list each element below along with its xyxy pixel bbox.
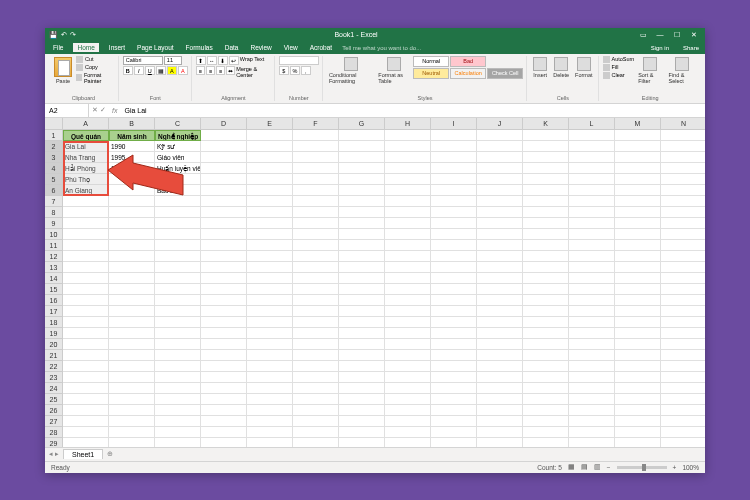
formula-bar[interactable]: Gia Lai [120,107,705,114]
cell-L5[interactable] [569,174,615,185]
cell-F5[interactable] [293,174,339,185]
tab-nav-last-icon[interactable]: ▸ [55,450,59,458]
cell-D5[interactable] [201,174,247,185]
cell-L29[interactable] [569,438,615,447]
cell-N1[interactable] [661,130,705,141]
cell-D3[interactable] [201,152,247,163]
cell-D29[interactable] [201,438,247,447]
cell-G25[interactable] [339,394,385,405]
cell-F24[interactable] [293,383,339,394]
align-mid-button[interactable]: ↔ [207,56,217,65]
cell-K17[interactable] [523,306,569,317]
cell-H27[interactable] [385,416,431,427]
cell-J18[interactable] [477,317,523,328]
cell-K3[interactable] [523,152,569,163]
cell-F13[interactable] [293,262,339,273]
row-header-11[interactable]: 11 [45,240,62,251]
cell-M11[interactable] [615,240,661,251]
cell-E13[interactable] [247,262,293,273]
cell-M8[interactable] [615,207,661,218]
cell-M7[interactable] [615,196,661,207]
cell-A22[interactable] [63,361,109,372]
cell-F1[interactable] [293,130,339,141]
cell-F7[interactable] [293,196,339,207]
cell-A29[interactable] [63,438,109,447]
cell-K5[interactable] [523,174,569,185]
underline-button[interactable]: U [145,66,155,75]
cell-B13[interactable] [109,262,155,273]
cell-B29[interactable] [109,438,155,447]
cell-J9[interactable] [477,218,523,229]
insert-cells-button[interactable]: Insert [531,56,549,79]
cell-C1[interactable]: Nghề nghiệp [155,130,201,141]
cell-G12[interactable] [339,251,385,262]
cell-E20[interactable] [247,339,293,350]
cell-N4[interactable] [661,163,705,174]
cell-E25[interactable] [247,394,293,405]
cell-N21[interactable] [661,350,705,361]
paste-button[interactable]: Paste [52,56,74,85]
cell-B3[interactable]: 1995 [109,152,155,163]
row-header-14[interactable]: 14 [45,273,62,284]
cell-B10[interactable] [109,229,155,240]
cell-K13[interactable] [523,262,569,273]
cell-I17[interactable] [431,306,477,317]
cell-N19[interactable] [661,328,705,339]
cell-A7[interactable] [63,196,109,207]
font-name-select[interactable] [123,56,163,65]
cell-I2[interactable] [431,141,477,152]
menu-view[interactable]: View [282,44,300,51]
cell-C5[interactable]: Ca sĩ [155,174,201,185]
cell-I14[interactable] [431,273,477,284]
cell-B14[interactable] [109,273,155,284]
cell-K6[interactable] [523,185,569,196]
cell-G24[interactable] [339,383,385,394]
cell-M16[interactable] [615,295,661,306]
cell-H26[interactable] [385,405,431,416]
row-header-2[interactable]: 2 [45,141,62,152]
cell-E12[interactable] [247,251,293,262]
cancel-formula-icon[interactable]: ✕ [92,106,98,114]
zoom-in-button[interactable]: + [673,464,677,471]
cell-E27[interactable] [247,416,293,427]
cell-B2[interactable]: 1990 [109,141,155,152]
cell-I12[interactable] [431,251,477,262]
cell-E19[interactable] [247,328,293,339]
col-header-E[interactable]: E [247,118,293,129]
cell-A11[interactable] [63,240,109,251]
cell-J16[interactable] [477,295,523,306]
wrap-text-button[interactable]: ↩ [229,56,239,65]
cell-B7[interactable] [109,196,155,207]
cell-C20[interactable] [155,339,201,350]
undo-icon[interactable]: ↶ [61,31,67,39]
cell-N15[interactable] [661,284,705,295]
cell-H3[interactable] [385,152,431,163]
menu-formulas[interactable]: Formulas [184,44,215,51]
cell-J8[interactable] [477,207,523,218]
cell-C6[interactable]: Bác sĩ [155,185,201,196]
cell-G9[interactable] [339,218,385,229]
cell-J25[interactable] [477,394,523,405]
cell-B26[interactable] [109,405,155,416]
percent-button[interactable]: % [290,66,300,75]
cell-L22[interactable] [569,361,615,372]
cell-M26[interactable] [615,405,661,416]
row-header-24[interactable]: 24 [45,383,62,394]
row-header-8[interactable]: 8 [45,207,62,218]
cell-G10[interactable] [339,229,385,240]
style-bad[interactable]: Bad [450,56,486,67]
cell-L12[interactable] [569,251,615,262]
col-header-N[interactable]: N [661,118,705,129]
cell-L24[interactable] [569,383,615,394]
font-size-select[interactable] [164,56,182,65]
cell-E29[interactable] [247,438,293,447]
cell-K24[interactable] [523,383,569,394]
cell-M20[interactable] [615,339,661,350]
row-header-18[interactable]: 18 [45,317,62,328]
cell-J11[interactable] [477,240,523,251]
cell-F26[interactable] [293,405,339,416]
cell-H7[interactable] [385,196,431,207]
menu-review[interactable]: Review [248,44,273,51]
cell-A6[interactable]: An Giang [63,185,109,196]
cell-G8[interactable] [339,207,385,218]
